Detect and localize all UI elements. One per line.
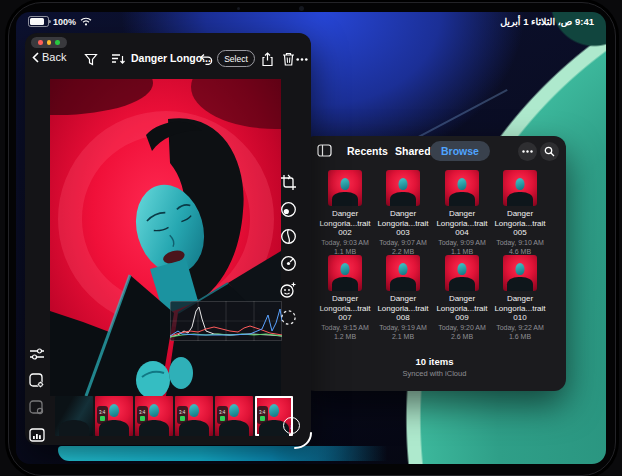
photo-editor-window: Back Danger Longo... Sele [25,33,311,445]
frames-icon[interactable] [27,398,47,418]
file-size: 1.6 MB [491,332,549,341]
file-thumbnail [386,255,420,291]
file-item[interactable]: DangerLongoria...trait 005 Today, 9:10 A… [491,170,549,256]
file-name: Danger [374,294,432,304]
filters-tool[interactable] [278,199,298,219]
more-options-button[interactable] [518,142,537,161]
battery-icon [28,16,49,27]
undo-button[interactable] [197,50,215,68]
zoom-window-dot[interactable] [55,40,60,45]
edited-indicator [260,416,265,421]
camera-dot [237,7,240,10]
file-thumbnail [503,255,537,291]
filmstrip-thumb[interactable]: 3:4 [95,396,133,436]
undo-icon [199,53,213,65]
filmstrip-thumb[interactable]: 3:4 [215,396,253,436]
filmstrip-thumb[interactable]: 3:4 [135,396,173,436]
editor-toolbar: Back Danger Longo... Sele [25,47,311,71]
files-window: Recents Shared Browse DangerLongoria...t… [303,136,566,391]
share-button[interactable] [258,50,276,68]
close-window-dot[interactable] [38,40,43,45]
aspect-ratio-badge: 3:4 [97,406,108,424]
aspect-ratio-badge: 3:4 [177,406,188,424]
edit-tools-column [278,172,302,327]
file-thumbnail [445,170,479,206]
file-item[interactable]: DangerLongoria...trait 002 Today, 9:03 A… [316,170,374,256]
ipad-screen-wallpaper: 100% 9:41 ص، الثلاثاء 1 أبريل Recents Sh… [16,12,606,464]
back-button[interactable]: Back [32,51,66,63]
files-footer: 10 items Synced with iCloud [303,356,566,378]
tab-shared[interactable]: Shared [395,145,431,157]
crop-rotate-tool[interactable] [278,172,298,192]
filmstrip-thumb[interactable]: 3:4 [175,396,213,436]
wallpaper-cyan-edge [58,446,503,461]
file-thumbnail [386,170,420,206]
chevron-left-icon [32,52,39,63]
photo-canvas[interactable] [50,79,281,396]
utility-tools-column [27,344,49,445]
aspect-ratio-badge: 3:4 [137,406,148,424]
histogram-panel [170,301,282,341]
file-item[interactable]: DangerLongoria...trait 010 Today, 9:22 A… [491,255,549,341]
wifi-icon [80,17,92,26]
sync-status: Synced with iCloud [303,369,566,378]
vignette-tool[interactable] [278,253,298,273]
status-datetime: 9:41 ص، الثلاثاء 1 أبريل [500,16,594,27]
retouch-face-tool[interactable] [278,280,298,300]
histogram-curves [170,301,282,341]
library-image-icon[interactable] [27,425,47,445]
filter-button[interactable] [82,50,100,68]
adjust-curves-tool[interactable] [278,226,298,246]
sidebar-toggle-icon[interactable] [317,144,332,157]
file-size: 2.1 MB [374,332,432,341]
edited-indicator [180,416,185,421]
file-item[interactable]: DangerLongoria...trait 009 Today, 9:20 A… [433,255,491,341]
file-size: 1.2 MB [316,332,374,341]
status-left: 100% [28,16,92,27]
file-item[interactable]: DangerLongoria...trait 007 Today, 9:15 A… [316,255,374,341]
edited-indicator [100,416,105,421]
file-time: Today, 9:10 AM [491,238,549,247]
file-time: Today, 9:07 AM [374,238,432,247]
select-button[interactable]: Select [217,50,255,67]
items-count: 10 items [303,356,566,367]
aspect-ratio-badge: 3:4 [257,406,268,424]
ellipsis-icon [296,58,308,61]
file-name: Danger [491,209,549,219]
battery-percent: 100% [53,17,76,27]
file-item[interactable]: DangerLongoria...trait 008 Today, 9:19 A… [374,255,432,341]
filmstrip-thumb[interactable] [55,396,93,436]
file-name: Danger [316,294,374,304]
file-name: Danger [316,209,374,219]
screenshot-stage: 100% 9:41 ص، الثلاثاء 1 أبريل Recents Sh… [0,0,622,476]
front-camera [299,6,304,11]
minimize-window-dot[interactable] [47,40,52,45]
file-name: Danger [491,294,549,304]
file-time: Today, 9:20 AM [433,323,491,332]
adjustments-sliders-icon[interactable] [27,344,47,364]
edited-indicator [140,416,145,421]
file-item[interactable]: DangerLongoria...trait 003 Today, 9:07 A… [374,170,432,256]
back-label: Back [42,51,66,63]
search-button[interactable] [540,142,559,161]
tab-browse[interactable]: Browse [430,141,490,161]
file-thumbnail [328,255,362,291]
file-thumbnail [445,255,479,291]
files-header: Recents Shared Browse [303,140,566,164]
file-thumbnail [503,170,537,206]
file-thumbnail [328,170,362,206]
window-resize-handle[interactable] [293,431,313,449]
filmstrip: 3:4 3:4 3:4 3:4 3:4 [55,396,293,436]
mask-tool[interactable] [278,307,298,327]
tab-recents[interactable]: Recents [347,145,388,157]
status-bar: 100% 9:41 ص، الثلاثاء 1 أبريل [16,15,606,31]
ellipsis-icon [522,150,533,153]
editor-more-button[interactable] [293,50,311,68]
file-name: Danger [374,209,432,219]
funnel-icon [84,53,98,66]
file-time: Today, 9:03 AM [316,238,374,247]
search-icon [544,146,555,157]
file-item[interactable]: DangerLongoria...trait 004 Today, 9:09 A… [433,170,491,256]
export-settings-icon[interactable] [27,371,47,391]
file-size: 2.6 MB [433,332,491,341]
